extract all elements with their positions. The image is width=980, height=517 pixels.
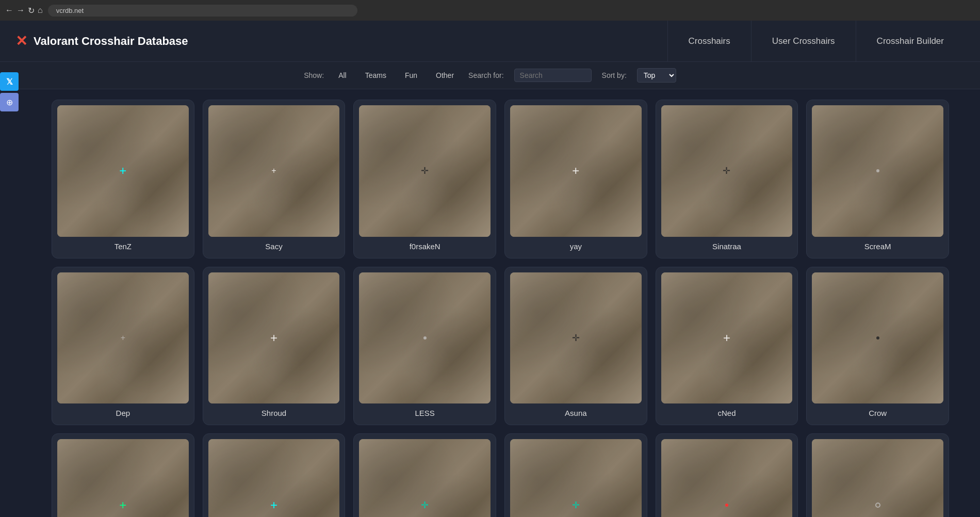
crosshair-card-yay[interactable]: + yay (504, 100, 647, 258)
app-logo: ✕ Valorant Crosshair Database (15, 33, 188, 50)
crosshair-card-koldamenta[interactable]: Koldamenta (656, 433, 798, 517)
crosshair-card-jinggg[interactable]: ✛ Jinggg (504, 433, 647, 517)
crosshair-preview-asuna: ✛ (510, 272, 642, 404)
crosshair-preview-f0rsaken: ✛ (359, 105, 491, 237)
crosshair-preview-cryo: + (208, 439, 340, 517)
crosshair-name-sacy: Sacy (208, 242, 340, 253)
crosshair-preview-dep: + (57, 272, 189, 404)
crosshair-preview-jinggg: ✛ (510, 439, 642, 517)
forward-button[interactable]: → (17, 6, 25, 15)
filter-bar: Show: All Teams Fun Other Search for: So… (0, 62, 980, 89)
crosshair-card-less[interactable]: LESS (353, 267, 496, 426)
crosshair-name-less: LESS (359, 409, 491, 419)
crosshair-card-cryo[interactable]: + Cryo (203, 433, 346, 517)
discord-button[interactable]: ⊕ (0, 93, 19, 111)
nav-user-crosshairs[interactable]: User Crosshairs (751, 21, 856, 61)
twitter-icon: 𝕏 (6, 77, 13, 87)
crosshair-card-shroud[interactable]: + Shroud (203, 267, 346, 426)
nav-crosshairs[interactable]: Crosshairs (667, 21, 751, 61)
back-button[interactable]: ← (5, 6, 13, 15)
crosshair-card-f0rsaken[interactable]: ✛ f0rsakeN (353, 100, 496, 258)
sort-select[interactable]: Top New Views (637, 68, 676, 83)
crosshair-preview-sinatraa: ✛ (661, 105, 793, 237)
crosshair-card-sinatraa[interactable]: ✛ Sinatraa (656, 100, 798, 258)
crosshair-card-lakia[interactable]: Lakia (806, 433, 949, 517)
crosshair-card-tenz[interactable]: + TenZ (52, 100, 194, 258)
browser-nav-buttons: ← → ↻ ⌂ (5, 6, 43, 15)
crosshair-preview-shroud: + (208, 272, 340, 404)
crosshair-preview-tenz: + (57, 105, 189, 237)
filter-other[interactable]: Other (432, 69, 458, 82)
crosshair-preview-cned: + (661, 272, 793, 404)
social-sidebar: 𝕏 ⊕ (0, 72, 19, 111)
crosshair-preview-yay: + (510, 105, 642, 237)
discord-icon: ⊕ (6, 98, 13, 107)
crosshair-card-shahzam[interactable]: + ShahZaM (52, 433, 194, 517)
crosshair-name-yay: yay (510, 242, 642, 253)
crosshair-preview-lakia (812, 439, 943, 517)
crosshair-card-sacy[interactable]: + Sacy (203, 100, 346, 258)
logo-text: Valorant Crosshair Database (34, 35, 188, 48)
filter-teams[interactable]: Teams (361, 69, 390, 82)
crosshair-card-crow[interactable]: Crow (806, 267, 949, 426)
crosshair-preview-scream (812, 105, 943, 237)
twitter-button[interactable]: 𝕏 (0, 72, 19, 91)
app-header: ✕ Valorant Crosshair Database Crosshairs… (0, 21, 980, 62)
crosshair-card-nats[interactable]: ✛ nAts (353, 433, 496, 517)
url-text: vcrdb.net (56, 7, 84, 14)
sort-label: Sort by: (602, 71, 627, 79)
crosshair-name-cned: cNed (661, 409, 793, 419)
crosshair-grid: + TenZ + Sacy ✛ f0rsakeN + yay ✛ Sinatra… (52, 100, 949, 517)
search-label: Search for: (468, 71, 503, 79)
filter-fun[interactable]: Fun (401, 69, 421, 82)
logo-icon: ✕ (15, 33, 27, 50)
address-bar[interactable]: vcrdb.net (48, 5, 357, 17)
refresh-button[interactable]: ↻ (28, 6, 35, 15)
crosshair-preview-less (359, 272, 491, 404)
crosshair-name-crow: Crow (812, 409, 943, 419)
crosshair-name-sinatraa: Sinatraa (661, 242, 793, 253)
crosshair-preview-shahzam: + (57, 439, 189, 517)
crosshair-preview-crow (812, 272, 943, 404)
home-button[interactable]: ⌂ (38, 6, 43, 15)
crosshair-name-scream: ScreaM (812, 242, 943, 253)
nav-crosshair-builder[interactable]: Crosshair Builder (856, 21, 965, 61)
show-label: Show: (304, 71, 324, 79)
search-input[interactable] (514, 69, 592, 82)
crosshair-card-dep[interactable]: + Dep (52, 267, 194, 426)
crosshair-name-shroud: Shroud (208, 409, 340, 419)
app-nav: Crosshairs User Crosshairs Crosshair Bui… (667, 21, 965, 61)
browser-chrome: ← → ↻ ⌂ vcrdb.net (0, 0, 980, 21)
crosshair-preview-nats: ✛ (359, 439, 491, 517)
crosshair-preview-sacy: + (208, 105, 340, 237)
crosshair-name-f0rsaken: f0rsakeN (359, 242, 491, 253)
crosshair-preview-koldamenta (661, 439, 793, 517)
crosshair-card-scream[interactable]: ScreaM (806, 100, 949, 258)
crosshair-card-asuna[interactable]: ✛ Asuna (504, 267, 647, 426)
crosshair-name-tenz: TenZ (57, 242, 189, 253)
crosshair-name-dep: Dep (57, 409, 189, 419)
crosshair-card-cned[interactable]: + cNed (656, 267, 798, 426)
main-content: + TenZ + Sacy ✛ f0rsakeN + yay ✛ Sinatra… (21, 89, 980, 517)
filter-all[interactable]: All (334, 69, 351, 82)
crosshair-name-asuna: Asuna (510, 409, 642, 419)
